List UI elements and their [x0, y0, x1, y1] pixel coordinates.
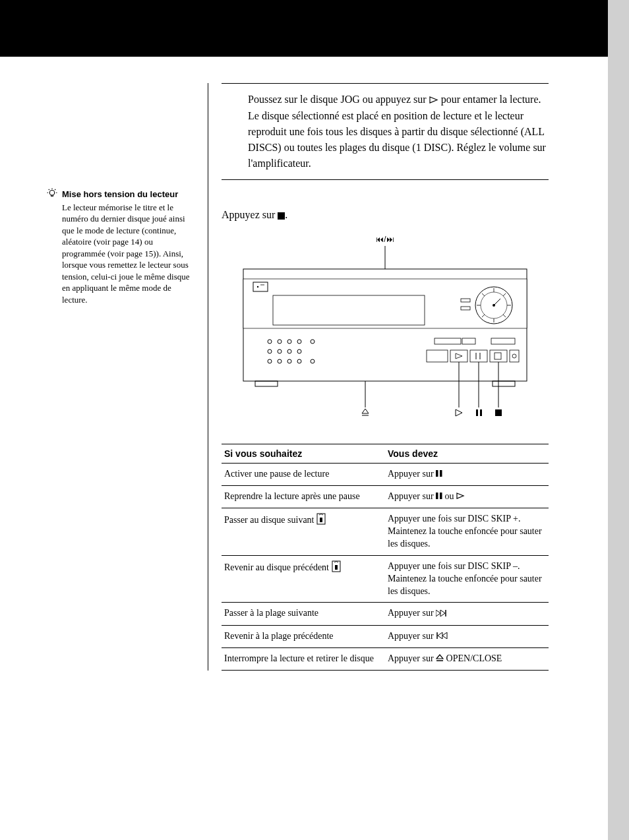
- table-cell: Appuyer une fois sur DISC SKIP +. Mainte…: [385, 508, 549, 556]
- table-row: Revenir à la plage précédente Appuyer su…: [222, 625, 549, 647]
- table-cell: Appuyer sur: [385, 463, 549, 485]
- intro-block: Poussez sur le disque JOG ou appuyez sur…: [222, 83, 549, 180]
- table-cell: Appuyer une fois sur DISC SKIP –. Mainte…: [385, 555, 549, 603]
- diagram-eject-icon: [362, 409, 369, 415]
- table-cell: Revenir à la plage précédente: [222, 625, 385, 647]
- svg-rect-56: [476, 409, 478, 416]
- diagram-top-label: ⏮/⏭: [376, 235, 394, 244]
- svg-rect-62: [440, 493, 442, 499]
- svg-rect-60: [440, 470, 442, 477]
- table-row: Interrompre la lecture et retirer le dis…: [222, 647, 549, 670]
- prev-track-icon: [436, 630, 448, 643]
- svg-rect-58: [495, 409, 502, 416]
- svg-rect-1: [278, 212, 285, 220]
- svg-rect-57: [480, 409, 482, 416]
- play-outline-icon: [429, 92, 438, 108]
- svg-point-6: [257, 285, 258, 287]
- table-row: Passer à la plage suivante Appuyer sur: [222, 603, 549, 625]
- pause-icon: [436, 491, 442, 503]
- diagram-stop-icon: [495, 409, 502, 416]
- stop-instruction: Appuyez sur .: [222, 209, 549, 222]
- tip-title: Mise hors tension du lecteur: [62, 189, 178, 200]
- svg-rect-49: [255, 381, 278, 386]
- table-cell: Passer au disque suivant: [222, 508, 385, 556]
- intro-text-2: Le disque sélectionné est placé en posit…: [248, 108, 549, 171]
- remote-icon: [316, 513, 326, 529]
- table-cell: Passer à la plage suivante: [222, 603, 385, 625]
- page-gutter: [608, 0, 629, 840]
- svg-rect-61: [436, 493, 438, 499]
- table-cell: Appuyer sur: [385, 603, 549, 625]
- table-cell: Reprendre la lecture après une pause: [222, 485, 385, 508]
- table-row: Activer une pause de lecture Appuyer sur: [222, 463, 549, 485]
- table-cell: Activer une pause de lecture: [222, 463, 385, 485]
- tip-body: Le lecteur mémorise le titre et le numér…: [46, 202, 195, 306]
- table-row: Passer au disque suivant Appuyer une foi…: [222, 508, 549, 556]
- stop-icon: [278, 210, 285, 222]
- diagram-play-icon: [456, 409, 462, 416]
- pause-icon: [436, 468, 442, 481]
- diagram-pause-icon: [476, 409, 482, 416]
- table-cell: Appuyer sur ou: [385, 485, 549, 508]
- table-row: Revenir au disque précédent Appuyer une …: [222, 555, 549, 603]
- device-diagram: ⏮/⏭: [230, 233, 540, 424]
- next-track-icon: [436, 608, 448, 620]
- tip-lightbulb-icon: [46, 187, 58, 199]
- table-header-c1: Si vous souhaitez: [222, 444, 385, 463]
- svg-rect-66: [335, 565, 338, 570]
- svg-point-0: [49, 191, 55, 196]
- tip-box: Mise hors tension du lecteur Le lecteur …: [46, 189, 195, 305]
- table-cell: Revenir au disque précédent: [222, 555, 385, 603]
- controls-table: Si vous souhaitez Vous devez Activer une…: [222, 444, 549, 671]
- main-column: Poussez sur le disque JOG ou appuyez sur…: [208, 83, 608, 671]
- svg-rect-50: [493, 381, 515, 386]
- remote-icon: [332, 560, 341, 576]
- table-row: Reprendre la lecture après une pause App…: [222, 485, 549, 508]
- table-cell: Appuyer sur: [385, 625, 549, 647]
- table-cell: Interrompre la lecture et retirer le dis…: [222, 647, 385, 670]
- play-outline-icon: [456, 491, 465, 503]
- svg-rect-64: [320, 518, 322, 522]
- sidebar-column: Mise hors tension du lecteur Le lecteur …: [46, 83, 208, 671]
- eject-icon: [436, 653, 444, 665]
- svg-rect-59: [436, 470, 438, 477]
- table-header-c2: Vous devez: [385, 444, 549, 463]
- intro-text-b: pour entamer la lecture.: [441, 94, 541, 105]
- intro-text-a: Poussez sur le disque JOG ou appuyez sur: [248, 94, 429, 105]
- header-black-bar: [0, 0, 608, 57]
- table-cell: Appuyer sur OPEN/CLOSE: [385, 647, 549, 670]
